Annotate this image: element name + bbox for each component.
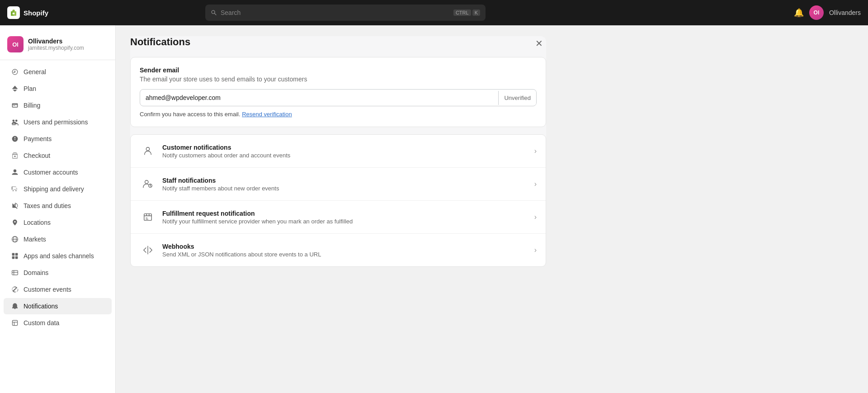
sidebar-item-payments[interactable]: Payments	[4, 131, 112, 147]
svg-rect-8	[12, 256, 15, 259]
payments-icon	[11, 135, 19, 143]
shopify-logo: Shopify	[7, 6, 48, 19]
sidebar-item-customer-events[interactable]: Customer events	[4, 281, 112, 298]
apps-icon	[11, 252, 19, 260]
sidebar-label-notifications: Notifications	[24, 303, 58, 310]
verify-text-static: Confirm you have access to this email.	[140, 111, 242, 118]
sidebar-label-markets: Markets	[24, 236, 46, 243]
customer-accounts-icon	[11, 168, 19, 176]
close-button[interactable]: ✕	[532, 36, 546, 51]
sidebar-label-customer-events: Customer events	[24, 286, 71, 293]
locations-icon	[11, 218, 19, 227]
markets-icon	[11, 235, 19, 243]
settings-sidebar: Ol Ollivanders jamitest.myshopify.com Ge…	[0, 25, 116, 393]
webhooks-icon	[140, 242, 156, 258]
panel-header: Notifications ✕	[130, 36, 546, 48]
svg-rect-6	[12, 253, 15, 256]
sender-email-input[interactable]	[140, 90, 498, 106]
shipping-icon	[11, 185, 19, 193]
sidebar-item-checkout[interactable]: Checkout	[4, 147, 112, 164]
staff-notifications-chevron: ›	[534, 180, 537, 188]
domains-icon	[11, 269, 19, 277]
sidebar-item-notifications[interactable]: Notifications	[4, 298, 112, 314]
svg-rect-10	[12, 270, 18, 275]
sender-email-card-body: Sender email The email your store uses t…	[131, 57, 546, 127]
global-search[interactable]: CTRL K	[205, 5, 486, 21]
webhooks-title: Webhooks	[162, 243, 528, 250]
sidebar-item-apps[interactable]: Apps and sales channels	[4, 248, 112, 264]
billing-icon	[11, 101, 19, 109]
sidebar-label-apps: Apps and sales channels	[24, 252, 94, 260]
sender-email-card: Sender email The email your store uses t…	[130, 57, 546, 127]
webhooks-desc: Send XML or JSON notifications about sto…	[162, 251, 528, 258]
customer-events-icon	[11, 285, 19, 294]
unverified-badge: Unverified	[498, 91, 536, 105]
sidebar-store-name: Ollivanders	[28, 38, 84, 45]
search-icon	[211, 9, 217, 16]
notifications-list-card: Customer notifications Notify customers …	[130, 134, 546, 267]
resend-verification-link[interactable]: Resend verification	[242, 111, 292, 118]
customer-notifications-icon	[140, 143, 156, 159]
fulfillment-notifications-item[interactable]: Fulfillment request notification Notify …	[131, 201, 546, 234]
sidebar-store-url: jamitest.myshopify.com	[28, 45, 84, 51]
webhooks-chevron: ›	[534, 246, 537, 254]
svg-rect-13	[12, 320, 17, 325]
fulfillment-notifications-icon	[140, 209, 156, 225]
svg-point-17	[145, 180, 148, 184]
sender-email-label: Sender email	[140, 66, 537, 74]
notifications-bell-icon[interactable]: 🔔	[794, 8, 804, 18]
customer-notifications-title: Customer notifications	[162, 144, 528, 151]
sidebar-item-domains[interactable]: Domains	[4, 265, 112, 281]
customer-notifications-item[interactable]: Customer notifications Notify customers …	[131, 135, 546, 168]
staff-notifications-text: Staff notifications Notify staff members…	[162, 177, 528, 192]
webhooks-item[interactable]: Webhooks Send XML or JSON notifications …	[131, 234, 546, 266]
sidebar-item-locations[interactable]: Locations	[4, 214, 112, 231]
sidebar-label-billing: Billing	[24, 102, 40, 109]
users-icon	[11, 118, 19, 126]
user-avatar-topnav[interactable]: Ol	[809, 5, 824, 20]
taxes-icon	[11, 202, 19, 210]
sidebar-item-users-permissions[interactable]: Users and permissions	[4, 114, 112, 130]
sidebar-store-avatar: Ol	[7, 36, 24, 52]
verify-text: Confirm you have access to this email. R…	[140, 111, 537, 118]
webhooks-text: Webhooks Send XML or JSON notifications …	[162, 243, 528, 258]
sidebar-item-billing[interactable]: Billing	[4, 97, 112, 114]
search-input[interactable]	[221, 9, 450, 16]
sidebar-label-users: Users and permissions	[24, 118, 88, 126]
notifications-icon	[11, 302, 19, 310]
fulfillment-notifications-text: Fulfillment request notification Notify …	[162, 210, 528, 225]
fulfillment-notifications-chevron: ›	[534, 213, 537, 221]
general-icon	[11, 68, 19, 76]
topnav-right-actions: 🔔 Ol Ollivanders	[794, 5, 861, 20]
sidebar-label-custom-data: Custom data	[24, 319, 59, 327]
staff-notifications-icon	[140, 176, 156, 192]
sidebar-item-shipping[interactable]: Shipping and delivery	[4, 181, 112, 197]
sidebar-item-taxes[interactable]: Taxes and duties	[4, 198, 112, 214]
sidebar-item-custom-data[interactable]: Custom data	[4, 315, 112, 331]
sidebar-item-plan[interactable]: Plan	[4, 80, 112, 97]
fulfillment-notifications-desc: Notify your fulfillment service provider…	[162, 218, 528, 225]
staff-notifications-item[interactable]: Staff notifications Notify staff members…	[131, 168, 546, 201]
svg-rect-2	[13, 13, 15, 14]
ctrl-key: CTRL	[453, 9, 471, 16]
sidebar-item-general[interactable]: General	[4, 64, 112, 80]
page-title: Notifications	[130, 36, 190, 48]
sidebar-label-shipping: Shipping and delivery	[24, 185, 84, 193]
notifications-panel: Notifications ✕ Sender email The email y…	[130, 36, 546, 267]
sidebar-item-markets[interactable]: Markets	[4, 231, 112, 247]
sidebar-label-general: General	[24, 68, 46, 76]
plan-icon	[11, 85, 19, 93]
customer-notifications-chevron: ›	[534, 147, 537, 155]
svg-rect-7	[15, 253, 18, 256]
sidebar-label-payments: Payments	[24, 135, 52, 142]
username-label: Ollivanders	[829, 9, 861, 16]
main-layout: Ol Ollivanders jamitest.myshopify.com Ge…	[0, 25, 868, 393]
checkout-icon	[11, 152, 19, 160]
sidebar-label-customer-accounts: Customer accounts	[24, 169, 78, 176]
fulfillment-notifications-title: Fulfillment request notification	[162, 210, 528, 217]
sidebar-label-plan: Plan	[24, 85, 36, 92]
sidebar-label-checkout: Checkout	[24, 152, 50, 159]
sidebar-store-info: Ol Ollivanders jamitest.myshopify.com	[0, 33, 115, 60]
sidebar-item-customer-accounts[interactable]: Customer accounts	[4, 164, 112, 180]
email-input-row: Unverified	[140, 89, 537, 106]
